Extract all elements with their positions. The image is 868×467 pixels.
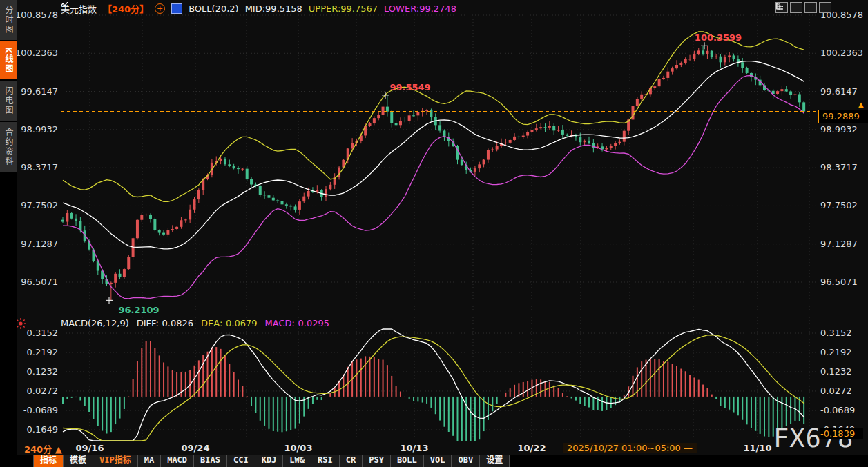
- toolbar-button-12[interactable]: PSY: [363, 455, 391, 467]
- x-axis-date-label: 10/13: [401, 443, 429, 453]
- toolbar-button-14[interactable]: VOL: [424, 455, 452, 467]
- trading-app: 美元指数 【240分】 + BOLL(20,2) MID:99.5158 UPP…: [0, 0, 868, 467]
- circle-plus-icon[interactable]: +: [155, 3, 165, 14]
- toolbar-button-6[interactable]: BIAS: [194, 455, 227, 467]
- period-selector[interactable]: 240分 ▲: [24, 442, 62, 455]
- macd-tick-right: 0.0272: [820, 386, 852, 396]
- price-arrow-icon: ▲: [858, 101, 864, 108]
- zoom-y-axis-icon[interactable]: [804, 2, 817, 13]
- price-tick-right: 97.7502: [820, 200, 858, 210]
- toolbar-button-10[interactable]: RSI: [311, 455, 340, 467]
- toolbar-button-8[interactable]: KDJ: [255, 455, 284, 467]
- price-tick-right: 99.6147: [820, 86, 858, 97]
- toolbar-button-9[interactable]: LW&: [283, 455, 311, 467]
- macd-tick-right: 0.3152: [820, 328, 852, 338]
- export-panel-icon[interactable]: [819, 2, 831, 13]
- x-axis-date-label: 10/22: [518, 443, 546, 453]
- macd-current-value: -0.1839: [820, 428, 863, 439]
- macd-diff: DIFF:-0.0826: [137, 318, 193, 328]
- toolbar-button-1[interactable]: 指标: [33, 455, 64, 467]
- sidebar-tab-3[interactable]: 闪电图: [0, 81, 17, 121]
- macd-tick-left: -0.1649: [11, 424, 58, 435]
- price-tick-left: 96.5071: [11, 277, 58, 287]
- period-tag[interactable]: 【240分】: [103, 2, 148, 15]
- chart-header: 美元指数 【240分】 + BOLL(20,2) MID:99.5158 UPP…: [61, 2, 456, 15]
- toolbar-button-5[interactable]: MACD: [161, 455, 194, 467]
- zoom-x-axis-icon[interactable]: [790, 2, 802, 13]
- macd-tick-right: 0.2192: [820, 347, 852, 357]
- price-tick-left: 100.8578: [11, 10, 58, 20]
- current-price-box: 99.2889: [818, 110, 868, 123]
- macd-tick-left: -0.0689: [11, 405, 58, 415]
- price-tick-left: 100.2363: [11, 48, 58, 58]
- price-tick-right: 98.9932: [820, 124, 858, 135]
- boll-upper: UPPER:99.7567: [309, 3, 378, 14]
- macd-value: MACD:-0.0295: [265, 318, 330, 328]
- macd-dea: DEA:-0.0679: [201, 318, 257, 328]
- candlestick-chart[interactable]: [0, 0, 868, 457]
- price-tick-left: 97.7502: [11, 200, 58, 210]
- toolbar-button-2[interactable]: 模板: [64, 455, 93, 467]
- macd-tick-left: 0.2192: [11, 347, 58, 357]
- toolbar-button-11[interactable]: CR: [340, 455, 363, 467]
- macd-tick-right: -0.0689: [820, 405, 855, 415]
- toolbar-button-13[interactable]: BOLL: [391, 455, 424, 467]
- boll-mid: MID:99.5158: [245, 3, 302, 14]
- boll-lower: LOWER:99.2748: [384, 3, 456, 14]
- price-marker-label: 99.5549: [389, 82, 430, 92]
- price-marker-label: 100.3599: [695, 32, 742, 43]
- chart-type-icon[interactable]: [171, 3, 182, 14]
- selected-bar-timestamp: 2025/10/27 01:00~05:00 —: [563, 443, 697, 453]
- macd-tick-left: 0.0272: [11, 386, 58, 396]
- price-marker-label: 96.2109: [118, 305, 159, 315]
- toolbar-button-7[interactable]: CCI: [227, 455, 255, 467]
- x-axis-date-label: 09/24: [182, 443, 210, 453]
- toolbar-button-4[interactable]: MA: [138, 455, 161, 467]
- price-tick-left: 97.1287: [11, 239, 58, 249]
- price-tick-right: 97.1287: [820, 239, 858, 249]
- chart-toolbar-icons: [775, 2, 831, 13]
- sidebar-tab-1[interactable]: 分时图: [0, 0, 17, 40]
- indicator-toolbar: 指标模板VIP指标MAMACDBIASCCIKDJLW&RSICRPSYBOLL…: [0, 455, 868, 467]
- x-axis-date-label: 10/03: [284, 443, 313, 453]
- macd-header: MACD(26,12,9) DIFF:-0.0826 DEA:-0.0679 M…: [61, 318, 329, 328]
- boll-name: BOLL(20,2): [189, 3, 239, 14]
- sidebar: 分时图K线图闪电图合约资料: [0, 0, 17, 467]
- macd-tick-left: 0.1232: [11, 366, 58, 377]
- x-axis-date-label: 11/10: [744, 443, 772, 453]
- price-tick-left: 98.3717: [11, 162, 58, 172]
- price-tick-right: 96.5071: [820, 277, 858, 287]
- sidebar-tab-4[interactable]: 合约资料: [0, 122, 17, 172]
- price-tick-right: 100.2363: [820, 48, 863, 58]
- x-axis: 240分 ▲ 09/1609/2410/0310/1310/222025/10/…: [0, 442, 868, 455]
- toolbar-button-16[interactable]: 设置: [480, 455, 510, 467]
- toolbar-button-15[interactable]: OBV: [452, 455, 480, 467]
- macd-name: MACD(26,12,9): [61, 318, 129, 328]
- macd-tick-right: 0.1232: [820, 366, 852, 377]
- price-tick-right: 98.3717: [820, 162, 858, 172]
- price-tick-left: 99.6147: [11, 86, 58, 97]
- price-tick-left: 98.9932: [11, 124, 58, 135]
- sidebar-tab-2[interactable]: K线图: [0, 41, 17, 79]
- x-axis-date-label: 09/16: [76, 443, 104, 453]
- chart-canvas[interactable]: [0, 0, 868, 457]
- toolbar-button-3[interactable]: VIP指标: [93, 455, 138, 467]
